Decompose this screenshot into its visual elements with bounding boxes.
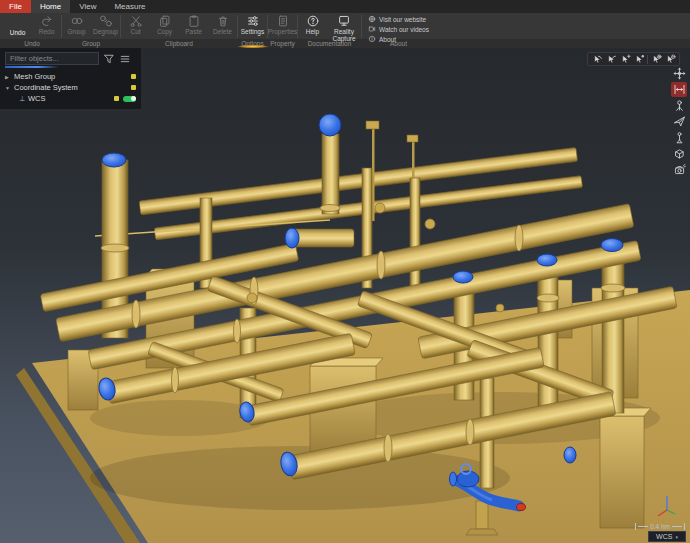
fly-mode-icon[interactable]	[671, 114, 687, 129]
object-tree-panel: ▶ Mesh Group ▼ Coordinate System ⊥ WCS	[0, 48, 141, 109]
scale-tick	[684, 523, 685, 530]
undo-button[interactable]: Undo	[3, 14, 32, 37]
chevron-down-icon: ▾	[675, 534, 678, 540]
axis-triad	[654, 493, 678, 519]
ribbon-group-group: Group Degroup Group	[62, 13, 120, 48]
properties-label: Properties	[268, 29, 298, 36]
cut-button[interactable]: Cut	[121, 14, 150, 36]
caret-collapsed-icon[interactable]: ▶	[5, 74, 14, 80]
navigation-toolbar	[671, 66, 688, 177]
group-label-clipboard: Clipboard	[121, 39, 237, 48]
caret-expanded-icon[interactable]: ▼	[5, 85, 14, 91]
tab-measure[interactable]: Measure	[105, 0, 154, 13]
ribbon-group-about: Visit our website Watch our videos About…	[362, 13, 435, 48]
group-label-undo: Undo	[3, 39, 61, 48]
copy-button[interactable]: Copy	[150, 14, 179, 36]
undo-label: Undo	[10, 29, 26, 36]
list-options-icon[interactable]	[119, 53, 131, 65]
3d-viewport-scene[interactable]	[0, 48, 690, 543]
cursor-pan-icon[interactable]	[619, 53, 631, 65]
cursor-roll-icon[interactable]	[633, 53, 645, 65]
delete-button[interactable]: Delete	[208, 14, 237, 36]
object-tree: ▶ Mesh Group ▼ Coordinate System ⊥ WCS	[5, 71, 136, 104]
ribbon-group-undo: Undo Redo Undo	[3, 13, 61, 48]
coordinate-system-selector[interactable]: WCS ▾	[648, 531, 686, 542]
settings-button[interactable]: Settings	[238, 14, 267, 36]
visibility-indicator[interactable]	[131, 85, 136, 90]
scan-station-icon[interactable]	[671, 98, 687, 113]
tree-item-label: Mesh Group	[14, 72, 55, 81]
group-label-property: Property	[268, 39, 297, 48]
scale-line	[638, 526, 648, 527]
watch-videos-button[interactable]: Watch our videos	[368, 25, 429, 33]
group-label: Group	[67, 29, 85, 36]
properties-button[interactable]: Properties	[268, 14, 297, 36]
paste-label: Paste	[185, 29, 202, 36]
cursor-zoom-out-icon[interactable]	[664, 53, 676, 65]
videos-icon	[368, 25, 376, 33]
pan-icon[interactable]	[671, 66, 687, 81]
watch-videos-label: Watch our videos	[379, 26, 429, 33]
tab-file[interactable]: File	[0, 0, 31, 13]
tree-item-label: Coordinate System	[14, 83, 78, 92]
filter-icon[interactable]	[103, 53, 115, 65]
redo-button[interactable]: Redo	[32, 14, 61, 36]
snapshot-icon[interactable]	[671, 162, 687, 177]
tree-item-wcs[interactable]: ⊥ WCS	[5, 93, 136, 104]
filter-objects-input[interactable]	[5, 52, 99, 65]
delete-label: Delete	[213, 29, 232, 36]
tree-item-label: WCS	[28, 94, 46, 103]
degroup-button[interactable]: Degroup	[91, 14, 120, 36]
help-label: Help	[306, 29, 319, 36]
settings-label: Settings	[241, 29, 265, 36]
minibar-separator	[647, 55, 648, 64]
view-cursor-toolbar	[587, 52, 680, 66]
cut-label: Cut	[130, 29, 140, 36]
cursor-zoom-in-icon[interactable]	[650, 53, 662, 65]
cube-view-icon[interactable]	[671, 146, 687, 161]
scale-label: 0.4 hm	[650, 523, 670, 530]
degroup-label: Degroup	[93, 29, 118, 36]
cursor-spin-icon[interactable]	[605, 53, 617, 65]
tab-view[interactable]: View	[70, 0, 105, 13]
scale-bar: 0.4 hm	[635, 523, 685, 530]
visibility-indicator[interactable]	[131, 74, 136, 79]
survey-pole-icon[interactable]	[671, 130, 687, 145]
visit-website-label: Visit our website	[379, 16, 426, 23]
menu-bar: File Home View Measure	[0, 0, 690, 13]
paste-button[interactable]: Paste	[179, 14, 208, 36]
group-button[interactable]: Group	[62, 14, 91, 36]
ribbon-group-options: Settings Options	[238, 13, 267, 48]
visit-website-button[interactable]: Visit our website	[368, 15, 429, 23]
tree-item-mesh-group[interactable]: ▶ Mesh Group	[5, 71, 136, 82]
3d-viewport[interactable]: 0.4 hm WCS ▾	[0, 48, 690, 543]
scale-tick	[635, 523, 636, 530]
group-label-documentation: Documentation	[298, 39, 361, 48]
ribbon-group-property: Properties Property	[268, 13, 297, 48]
wcs-toggle-switch[interactable]	[123, 96, 136, 102]
website-icon	[368, 15, 376, 23]
help-button[interactable]: Help	[298, 14, 327, 36]
ribbon-group-clipboard: Cut Copy Paste Delete Clipboard	[121, 13, 237, 48]
cursor-orbit-icon[interactable]	[591, 53, 603, 65]
copy-label: Copy	[157, 29, 172, 36]
ribbon-group-documentation: Help Reality Capture Documentation	[298, 13, 361, 48]
ribbon-toolbar: Undo Redo Undo Group Degroup Group	[0, 13, 690, 48]
visibility-indicator[interactable]	[114, 96, 119, 101]
fit-view-icon[interactable]	[671, 82, 687, 97]
group-label-about: About	[362, 39, 435, 48]
tree-item-coordinate-system[interactable]: ▼ Coordinate System	[5, 82, 136, 93]
filter-focus-indicator	[5, 66, 59, 68]
tab-home[interactable]: Home	[31, 0, 70, 13]
settings-active-highlight	[238, 45, 268, 48]
redo-label: Redo	[39, 29, 55, 36]
group-label-group: Group	[62, 39, 120, 48]
axis-icon: ⊥	[19, 95, 28, 103]
scale-line	[672, 526, 682, 527]
coordinate-system-value: WCS	[656, 533, 672, 540]
